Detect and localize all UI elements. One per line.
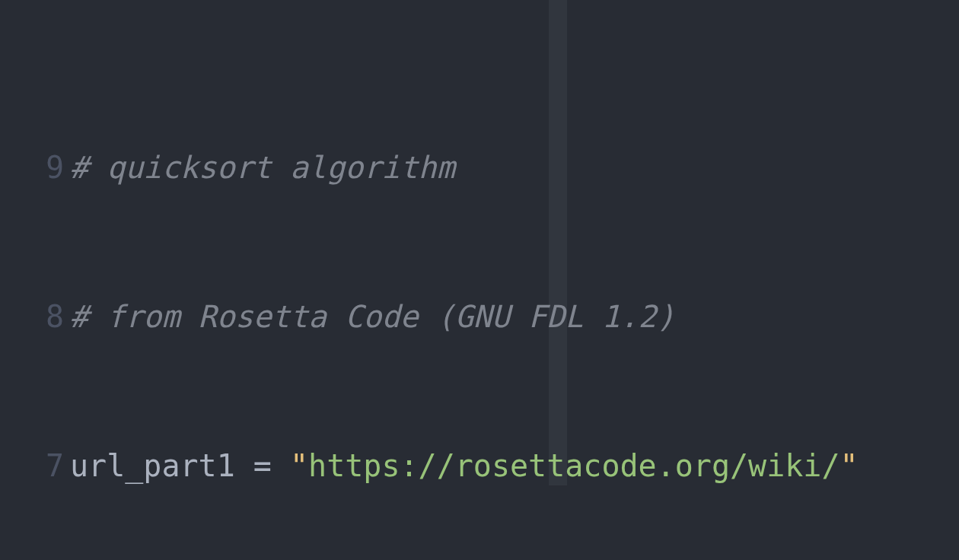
line-number: 9 <box>0 149 70 186</box>
line-number: 8 <box>0 298 70 336</box>
line-number: 7 <box>0 447 70 485</box>
column-guide <box>549 0 567 485</box>
string-literal: https://rosettacode.org/wiki/ <box>308 448 840 483</box>
identifier: url_part1 <box>70 448 235 483</box>
comment: # quicksort algorithm <box>70 150 455 185</box>
code-line: 7 url_part1 = "https://rosettacode.org/w… <box>0 447 959 485</box>
code-editor[interactable]: 9 # quicksort algorithm 8 # from Rosetta… <box>0 0 959 560</box>
code-line: 9 # quicksort algorithm <box>0 149 959 186</box>
code-line: 8 # from Rosetta Code (GNU FDL 1.2) <box>0 298 959 336</box>
comment: # from Rosetta Code (GNU FDL 1.2) <box>70 299 675 334</box>
